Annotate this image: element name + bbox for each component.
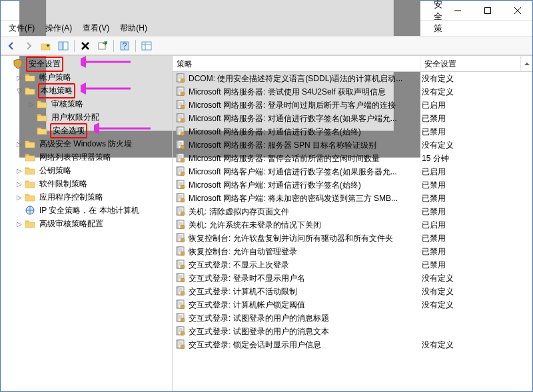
expander-icon[interactable]: ▷	[14, 220, 25, 228]
list-row[interactable]: Microsoft 网络服务器: 对通信进行数字签名(始终)已禁用	[173, 125, 532, 138]
tree-root-security-settings[interactable]: 安全设置	[1, 57, 172, 71]
tree-label: 软件限制策略	[38, 178, 89, 190]
tree-label: 安全设置	[26, 57, 63, 72]
svg-point-44	[181, 118, 185, 122]
tree-label: 高级审核策略配置	[38, 218, 105, 230]
scroll-up-button[interactable]	[521, 56, 532, 71]
list-row[interactable]: Microsoft 网络客户端: 对通信进行数字签名(如果服务器允...已启用	[173, 165, 532, 178]
tree-item[interactable]: ▷高级安全 Windows 防火墙	[1, 137, 172, 150]
expander-icon[interactable]: ▷	[14, 180, 25, 188]
policy-setting: 已禁用	[422, 233, 532, 244]
export-button[interactable]	[95, 39, 111, 53]
folder-icon	[37, 98, 47, 109]
content-area: 安全设置 ▷帐户策略▽本地策略▷审核策略用户权限分配安全选项▷高级安全 Wind…	[1, 55, 532, 391]
list-row[interactable]: 交互式登录: 不显示上次登录已禁用	[173, 258, 532, 272]
list-row[interactable]: 恢复控制台: 允许软盘复制并访问所有驱动器和所有文件夹已禁用	[173, 232, 532, 245]
maximize-button[interactable]	[472, 1, 502, 20]
list-row[interactable]: 交互式登录: 登录时不显示用户名没有定义	[173, 272, 532, 285]
tree-label: IP 安全策略，在 本地计算机	[38, 204, 141, 217]
list-row[interactable]: 交互式登录: 试图登录的用户的消息标题	[173, 311, 532, 325]
policy-name: 关机: 清除虚拟内存页面文件	[189, 206, 289, 218]
list-row[interactable]: Microsoft 网络服务器: 服务器 SPN 目标名称验证级别没有定义	[173, 138, 532, 152]
policy-name: 交互式登录: 试图登录的用户的消息文本	[189, 326, 329, 337]
menu-help[interactable]: 帮助(H)	[116, 21, 151, 35]
svg-point-134	[181, 318, 185, 322]
close-button[interactable]	[502, 1, 532, 20]
svg-rect-14	[142, 42, 151, 50]
list-body[interactable]: DCOM: 使用安全描述符定义语言(SDDL)语法的计算机启动...没有定义Mi…	[173, 72, 532, 391]
list-row[interactable]: DCOM: 使用安全描述符定义语言(SDDL)语法的计算机启动...没有定义	[173, 72, 532, 85]
list-row[interactable]: Microsoft 网络服务器: 对通信进行数字签名(如果客户端允...已禁用	[173, 112, 532, 125]
delete-button[interactable]	[77, 39, 93, 53]
policy-setting: 没有定义	[422, 140, 532, 151]
tree-item[interactable]: ▷公钥策略	[1, 164, 172, 177]
policy-icon	[175, 339, 186, 350]
expander-icon[interactable]: ▷	[14, 74, 25, 81]
policy-setting: 没有定义	[422, 273, 532, 284]
svg-point-74	[181, 185, 185, 189]
tree-item[interactable]: 用户权限分配	[1, 110, 172, 124]
menu-view[interactable]: 查看(V)	[79, 21, 113, 35]
svg-point-68	[181, 172, 185, 176]
tree-item[interactable]: ▷高级审核策略配置	[1, 217, 172, 230]
tree-item[interactable]: ▷应用程序控制策略	[1, 190, 172, 204]
list-row[interactable]: Microsoft 网络服务器: 尝试使用 S4U2Self 获取声明信息没有定…	[173, 85, 532, 98]
policy-name: 交互式登录: 计算机不活动限制	[189, 286, 297, 297]
policy-name: Microsoft 网络服务器: 服务器 SPN 目标名称验证级别	[189, 140, 376, 151]
tree-pane[interactable]: 安全设置 ▷帐户策略▽本地策略▷审核策略用户权限分配安全选项▷高级安全 Wind…	[1, 56, 173, 391]
expander-icon[interactable]: ▽	[14, 87, 25, 95]
list-row[interactable]: 交互式登录: 计算机帐户锁定阈值没有定义	[173, 298, 532, 311]
tree-label: 公钥策略	[38, 164, 73, 177]
policy-setting: 没有定义	[422, 299, 532, 311]
expander-icon[interactable]: ▷	[14, 167, 25, 174]
menu-file[interactable]: 文件(F)	[5, 21, 39, 35]
minimize-button[interactable]	[442, 1, 472, 20]
menu-action[interactable]: 操作(A)	[41, 21, 76, 35]
list-row[interactable]: 关机: 允许系统在未登录的情况下关闭已启用	[173, 218, 532, 232]
list-row[interactable]: 交互式登录: 试图登录的用户的消息文本	[173, 325, 532, 338]
list-row[interactable]: Microsoft 网络客户端: 对通信进行数字签名(始终)已禁用	[173, 178, 532, 192]
column-header-setting[interactable]: 安全设置	[420, 56, 521, 71]
list-row[interactable]: 关机: 清除虚拟内存页面文件已禁用	[173, 205, 532, 218]
column-header-policy[interactable]: 策略	[173, 56, 420, 71]
ip-policy-icon	[25, 205, 35, 216]
svg-point-116	[181, 278, 185, 282]
view-mode-button[interactable]	[139, 39, 155, 53]
list-row[interactable]: 交互式登录: 锁定会话时显示用户信息没有定义	[173, 338, 532, 351]
tree-item[interactable]: ▽本地策略	[1, 84, 172, 97]
tree-item[interactable]: IP 安全策略，在 本地计算机	[1, 204, 172, 217]
policy-icon	[175, 126, 186, 137]
tree-item[interactable]: ▷审核策略	[1, 97, 172, 110]
folder-icon	[37, 125, 47, 136]
tree-label: 用户权限分配	[50, 111, 101, 124]
show-hide-tree-button[interactable]	[55, 39, 71, 53]
folder-icon	[25, 152, 35, 162]
tree-label: 网络列表管理器策略	[38, 151, 113, 164]
policy-icon	[175, 299, 186, 310]
tree-item[interactable]: ▷软件限制策略	[1, 177, 172, 190]
folder-icon	[25, 85, 35, 96]
policy-setting: 已启用	[422, 166, 532, 178]
policy-name: Microsoft 网络服务器: 尝试使用 S4U2Self 获取声明信息	[189, 87, 386, 98]
expander-icon[interactable]: ▷	[14, 140, 25, 148]
tree-item[interactable]: ▷帐户策略	[1, 71, 172, 84]
policy-name: 交互式登录: 试图登录的用户的消息标题	[189, 313, 329, 324]
tree-item[interactable]: 安全选项	[1, 124, 172, 137]
policy-icon	[175, 87, 186, 97]
tree-label: 安全选项	[50, 123, 87, 138]
list-row[interactable]: 交互式登录: 计算机不活动限制没有定义	[173, 285, 532, 298]
policy-name: Microsoft 网络客户端: 将未加密的密码发送到第三方 SMB...	[189, 193, 398, 204]
tree-item[interactable]: 网络列表管理器策略	[1, 150, 172, 164]
list-row[interactable]: Microsoft 网络服务器: 暂停会话前所需的空闲时间数量15 分钟	[173, 152, 532, 165]
list-row[interactable]: Microsoft 网络服务器: 登录时间过期后断开与客户端的连接已启用	[173, 98, 532, 112]
help-button[interactable]: ?	[117, 39, 133, 53]
up-button[interactable]	[38, 39, 54, 53]
back-button[interactable]	[3, 39, 19, 53]
forward-button[interactable]	[21, 39, 37, 53]
expander-icon[interactable]: ▷	[26, 100, 37, 108]
list-row[interactable]: Microsoft 网络客户端: 将未加密的密码发送到第三方 SMB...已禁用	[173, 192, 532, 205]
list-row[interactable]: 恢复控制台: 允许自动管理登录已禁用	[173, 245, 532, 258]
tree-label: 帐户策略	[38, 71, 73, 84]
policy-setting: 已禁用	[422, 260, 532, 271]
expander-icon[interactable]: ▷	[14, 194, 25, 201]
